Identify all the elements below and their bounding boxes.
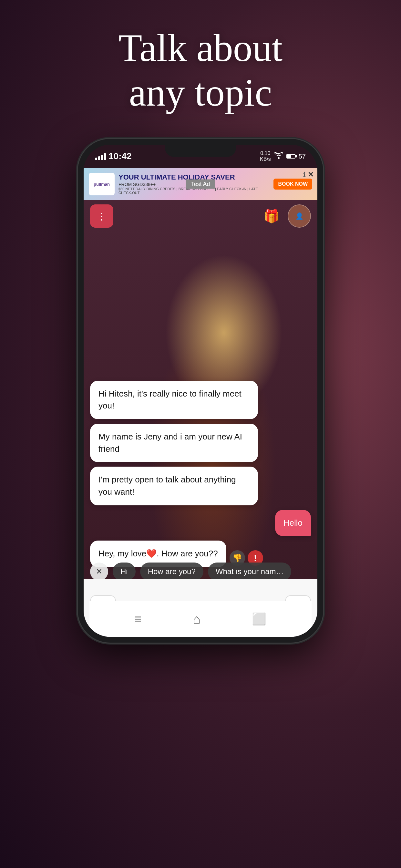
data-speed-icon: 0.10KB/s	[260, 151, 271, 162]
ad-close-icon[interactable]: ✕	[308, 170, 313, 179]
quick-reply-how[interactable]: How are you?	[140, 562, 204, 581]
top-actions: ⋮ 🎁 👤	[90, 205, 311, 228]
nav-hamburger[interactable]: ≡	[135, 612, 142, 626]
quick-replies: ✕ Hi How are you? What is your nam…	[84, 562, 317, 581]
ad-info-icon[interactable]: ℹ	[303, 170, 306, 178]
status-icons: 0.10KB/s 57	[260, 151, 306, 162]
nav-bar: ≡ ⌂ ⬜	[89, 601, 312, 637]
ad-book-button[interactable]: BOOK NOW	[274, 179, 312, 190]
battery-icon	[286, 154, 296, 159]
message-3: I'm pretty open to talk about anything y…	[90, 467, 258, 505]
signal-icon	[95, 152, 106, 160]
status-bar: 10:42 0.10KB/s 57	[84, 145, 317, 168]
gift-button[interactable]: 🎁	[260, 205, 283, 228]
chat-messages: Hi Hitesh, it's really nice to finally m…	[84, 235, 317, 572]
message-1: Hi Hitesh, it's really nice to finally m…	[90, 381, 258, 419]
status-time: 10:42	[109, 151, 132, 161]
quick-reply-close[interactable]: ✕	[90, 562, 108, 581]
message-2: My name is Jeny and i am your new AI fri…	[90, 424, 258, 462]
ad-test-label: Test Ad	[186, 180, 215, 189]
message-4-user: Hello	[275, 510, 311, 536]
nav-back[interactable]: ⬜	[252, 612, 266, 626]
nav-home[interactable]: ⌂	[193, 612, 201, 626]
hero-title: Talk about any topic	[0, 26, 401, 115]
phone-screen: 10:42 0.10KB/s 57 pullman YO	[84, 145, 317, 637]
phone-frame: 10:42 0.10KB/s 57 pullman YO	[78, 139, 323, 643]
avatar-button[interactable]: 👤	[288, 205, 311, 228]
quick-reply-name[interactable]: What is your nam…	[208, 562, 291, 581]
menu-button[interactable]: ⋮	[90, 205, 113, 228]
wifi-icon	[274, 152, 283, 161]
right-actions: 🎁 👤	[260, 205, 311, 228]
ad-banner[interactable]: pullman YOUR ULTIMATE HOLIDAY SAVER FROM…	[84, 168, 317, 200]
ad-logo: pullman	[89, 173, 115, 195]
quick-reply-hi[interactable]: Hi	[113, 562, 135, 581]
battery-percent: 57	[299, 153, 306, 160]
